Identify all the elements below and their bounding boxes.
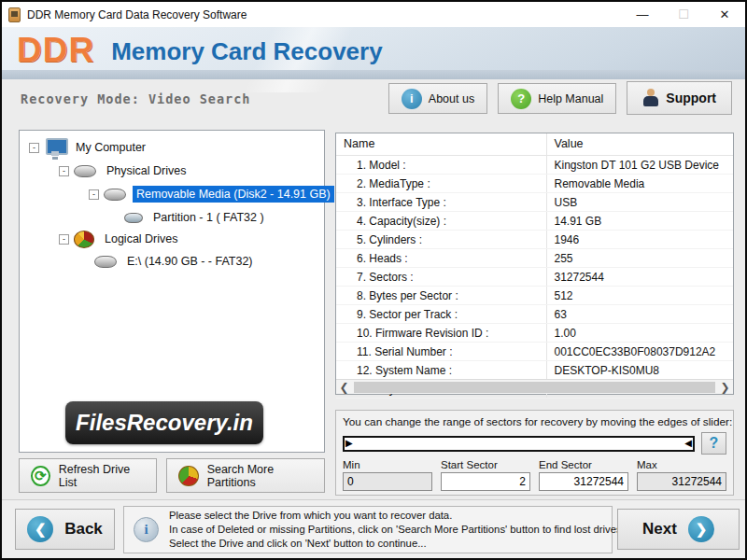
- collapse-icon[interactable]: -: [59, 234, 69, 245]
- tree-item-my-computer[interactable]: - My Computer: [29, 138, 149, 157]
- table-row: 6. Heads :255: [336, 249, 733, 268]
- tree-item-physical-drives[interactable]: - Physical Drives: [59, 161, 190, 180]
- support-button[interactable]: Support: [627, 81, 732, 115]
- tree-item-removable-media[interactable]: - Removable Media (Disk2 - 14.91 GB): [89, 185, 334, 203]
- header-divider: [2, 70, 745, 79]
- horizontal-scrollbar[interactable]: ❮ ❯: [336, 379, 733, 394]
- property-name: 8. Bytes per Sector :: [336, 287, 546, 305]
- property-name: 1. Model :: [336, 156, 546, 175]
- device-info-table: Name Value 1. Model :Kingston DT 101 G2 …: [336, 133, 733, 399]
- tree-item-label[interactable]: E:\ (14.90 GB - - FAT32): [123, 253, 257, 270]
- ddr-logo: DDR: [17, 31, 94, 70]
- pie-chart-icon: [74, 231, 94, 248]
- instruction-box: i Please select the Drive from which you…: [123, 506, 613, 553]
- table-row: 2. MediaType :Removable Media: [336, 175, 733, 193]
- property-value: 63: [546, 305, 733, 324]
- start-sector-input[interactable]: [441, 472, 530, 491]
- end-sector-label: End Sector: [539, 459, 628, 470]
- slider-left-handle-icon[interactable]: ▶: [345, 439, 353, 448]
- search-more-partitions-label: Search More Partitions: [207, 463, 313, 489]
- min-label: Min: [343, 459, 432, 470]
- collapse-icon[interactable]: -: [59, 166, 69, 176]
- memory-card-icon: [8, 7, 21, 22]
- recovery-mode-label: Recovery Mode: Video Search: [21, 91, 250, 106]
- tree-item-partition-1[interactable]: Partition - 1 ( FAT32 ): [124, 208, 268, 227]
- refresh-drive-list-button[interactable]: ⟳ Refresh Drive List: [19, 458, 157, 493]
- pie-chart-icon: [178, 466, 199, 486]
- close-button[interactable]: ✕: [704, 2, 745, 27]
- property-value: 14.91 GB: [546, 212, 733, 231]
- property-value: Kingston DT 101 G2 USB Device: [546, 156, 733, 175]
- sector-range-slider[interactable]: ▶ ◀: [343, 436, 695, 452]
- collapse-icon[interactable]: -: [89, 189, 99, 200]
- footer-bar: ❮ Back i Please select the Drive from wh…: [2, 499, 745, 558]
- watermark-text: FilesRecovery.in: [76, 410, 253, 436]
- partition-icon: [124, 213, 143, 223]
- device-info-panel: Name Value 1. Model :Kingston DT 101 G2 …: [335, 133, 734, 395]
- about-us-button[interactable]: i About us: [388, 83, 487, 114]
- table-row: 8. Bytes per Sector :512: [336, 287, 733, 305]
- help-manual-button[interactable]: ? Help Manual: [498, 83, 616, 114]
- scroll-right-icon[interactable]: ❯: [717, 381, 733, 394]
- property-value: USB: [546, 193, 733, 212]
- table-row: 1. Model :Kingston DT 101 G2 USB Device: [336, 156, 733, 175]
- collapse-icon[interactable]: -: [29, 143, 39, 153]
- next-label: Next: [642, 520, 677, 539]
- tree-item-label[interactable]: Partition - 1 ( FAT32 ): [149, 209, 268, 226]
- support-label: Support: [666, 91, 716, 105]
- drive-icon: [94, 256, 117, 268]
- property-value: 255: [546, 249, 733, 268]
- table-row: 7. Sectors :31272544: [336, 268, 733, 287]
- computer-icon: [44, 138, 66, 157]
- end-sector-input[interactable]: [539, 472, 628, 491]
- property-value: DESKTOP-KIS0MU8: [546, 361, 733, 380]
- property-value: 1946: [546, 231, 733, 249]
- property-name: 3. Interface Type :: [336, 193, 546, 212]
- max-input: [637, 472, 726, 491]
- tree-item-drive-e[interactable]: E:\ (14.90 GB - - FAT32): [94, 252, 257, 271]
- instruction-line: Please select the Drive from which you w…: [169, 509, 625, 523]
- property-name: 2. MediaType :: [336, 175, 546, 193]
- tree-item-label[interactable]: My Computer: [72, 139, 149, 156]
- slider-right-handle-icon[interactable]: ◀: [684, 439, 692, 448]
- tree-item-label[interactable]: Logical Drives: [101, 231, 182, 247]
- min-field-group: Min: [343, 459, 432, 491]
- next-button[interactable]: Next ❯: [617, 509, 740, 550]
- slider-help-button[interactable]: ?: [701, 432, 726, 455]
- top-button-bar: i About us ? Help Manual Support: [388, 83, 732, 115]
- back-button[interactable]: ❮ Back: [15, 509, 115, 550]
- app-window: DDR Memory Card Data Recovery Software —…: [0, 0, 747, 560]
- property-name: 10. Firmware Revision ID :: [336, 324, 546, 343]
- scrollbar-thumb[interactable]: [354, 382, 715, 393]
- tree-item-label[interactable]: Physical Drives: [103, 162, 190, 179]
- max-label: Max: [637, 459, 726, 470]
- info-icon: i: [402, 89, 422, 109]
- table-row: 12. System Name :DESKTOP-KIS0MU8: [336, 361, 733, 380]
- property-value: 31272544: [546, 268, 733, 287]
- scroll-left-icon[interactable]: ❮: [336, 381, 352, 394]
- info-icon: i: [134, 517, 159, 542]
- maximize-button: ☐: [663, 2, 704, 27]
- start-sector-label: Start Sector: [441, 459, 530, 470]
- app-header: DDR Memory Card Recovery: [2, 27, 745, 79]
- property-name: 7. Sectors :: [336, 268, 546, 287]
- minimize-button[interactable]: —: [622, 2, 663, 27]
- property-value: 512: [546, 287, 733, 305]
- property-name: 12. System Name :: [336, 361, 546, 380]
- sector-range-section: You can change the range of sectors for …: [335, 410, 734, 496]
- help-manual-label: Help Manual: [538, 92, 603, 105]
- instruction-line: In case of Deleted or missing Partitions…: [169, 523, 625, 537]
- question-icon: ?: [511, 89, 531, 109]
- property-name: 5. Cylinders :: [336, 231, 546, 249]
- property-name: 4. Capacity(size) :: [336, 212, 546, 231]
- property-value: Removable Media: [546, 175, 733, 193]
- property-value: 1.00: [546, 324, 733, 343]
- tree-item-label-selected[interactable]: Removable Media (Disk2 - 14.91 GB): [133, 186, 334, 203]
- back-arrow-icon: ❮: [27, 516, 53, 542]
- table-row: 10. Firmware Revision ID :1.00: [336, 324, 733, 343]
- drive-icon: [74, 165, 96, 177]
- slider-caption: You can change the range of sectors for …: [343, 415, 726, 428]
- search-more-partitions-button[interactable]: Search More Partitions: [166, 458, 325, 493]
- app-title: Memory Card Recovery: [111, 37, 382, 66]
- tree-item-logical-drives[interactable]: - Logical Drives: [59, 230, 182, 248]
